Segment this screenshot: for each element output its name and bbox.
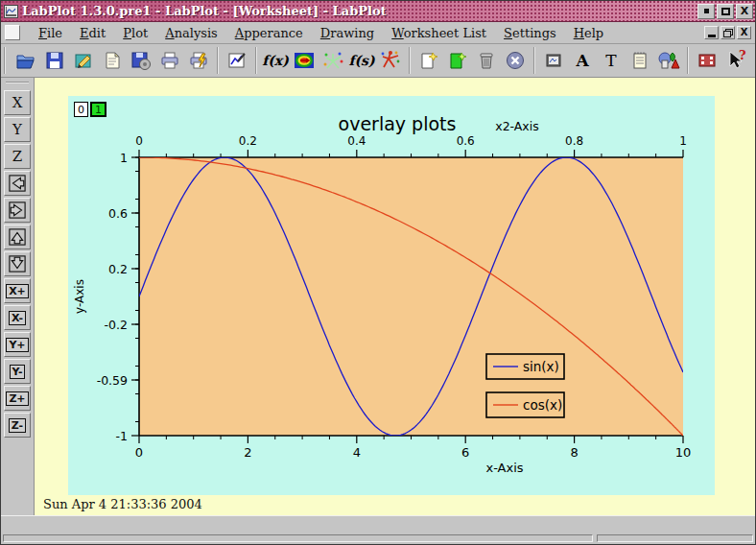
svg-text:0: 0 <box>135 445 143 460</box>
delete-button[interactable] <box>472 46 501 75</box>
statusbar-message-panel <box>3 534 593 542</box>
new-2d-surface-button[interactable] <box>290 46 319 75</box>
new-worksheet-button[interactable] <box>414 46 443 75</box>
new-3d-plot-button[interactable] <box>376 46 405 75</box>
zoom-z-in-button[interactable]: Z+ <box>4 386 31 411</box>
close-icon: X <box>741 6 748 16</box>
x-axis-label: x-Axis <box>485 461 523 475</box>
svg-text:-1: -1 <box>116 429 128 443</box>
add-label-icon: A <box>576 51 588 70</box>
statusbar <box>1 515 755 544</box>
new-3d-scatter-button[interactable] <box>319 46 347 75</box>
close-object-icon <box>505 50 526 71</box>
new-spreadsheet-icon <box>447 50 468 71</box>
zoom-z-in-icon: Z+ <box>6 391 28 406</box>
minimize-icon <box>704 9 709 13</box>
open-button[interactable] <box>12 46 40 75</box>
maximize-icon <box>721 8 730 15</box>
child-close-icon: X <box>741 28 748 37</box>
zoom-y-in-button[interactable]: Y+ <box>4 332 31 357</box>
shift-right-button[interactable] <box>4 198 31 223</box>
mdi-area: 0 1 overlay plots x2-Axis x-Axis y-Axis … <box>35 78 755 515</box>
menu-apperance[interactable]: Apperance <box>226 24 312 42</box>
save-icon <box>44 50 65 71</box>
new-plot-button[interactable] <box>223 46 251 75</box>
zoom-z-out-button[interactable]: Z- <box>4 413 31 438</box>
notes-button[interactable] <box>626 46 654 75</box>
titlebar[interactable]: LabPlot 1.3.0.pre1 - LabPlot - [Workshee… <box>1 1 755 22</box>
edit-data-icon <box>73 50 94 71</box>
scene-objects-button[interactable] <box>654 46 683 75</box>
svg-text:0: 0 <box>135 134 143 148</box>
toolbar-separator <box>533 47 535 74</box>
rotate-y-button[interactable]: Y <box>4 117 31 142</box>
new-function-button[interactable]: f(x) <box>261 46 290 75</box>
quick-print-button[interactable] <box>184 46 213 75</box>
svg-text:-0.59: -0.59 <box>97 373 128 388</box>
menu-settings[interactable]: Settings <box>495 24 565 42</box>
plot-side-toolbar: XYZX+X-Y+Y-Z+Z- <box>1 78 35 515</box>
image-button[interactable] <box>539 46 568 75</box>
save-button[interactable] <box>40 46 69 75</box>
edit-data-button[interactable] <box>69 46 98 75</box>
new-plot-icon <box>226 50 248 71</box>
export-icon <box>130 50 152 71</box>
child-restore-button[interactable] <box>721 26 735 39</box>
worksheet[interactable]: 0 1 overlay plots x2-Axis x-Axis y-Axis … <box>68 96 715 495</box>
image-icon <box>544 51 563 70</box>
child-minimize-button[interactable] <box>704 26 719 39</box>
child-restore-icon <box>723 29 733 37</box>
new-surface-function-button[interactable]: f(s) <box>347 46 376 75</box>
close-button[interactable]: X <box>736 4 753 19</box>
notes-icon <box>629 50 650 71</box>
child-window-icon[interactable] <box>5 25 20 40</box>
child-close-button[interactable]: X <box>737 26 751 39</box>
minimize-button[interactable] <box>697 4 715 19</box>
shift-down-button[interactable] <box>4 225 31 249</box>
print-preview-icon <box>102 50 123 71</box>
delete-icon <box>476 50 497 71</box>
rotate-z-icon: Z <box>12 150 22 164</box>
menu-worksheet-list[interactable]: Worksheet List <box>383 24 495 42</box>
zoom-y-out-button[interactable]: Y- <box>4 359 31 384</box>
add-label-button[interactable]: A <box>568 46 597 75</box>
menu-drawing[interactable]: Drawing <box>312 24 383 42</box>
maximize-button[interactable] <box>717 4 734 19</box>
menu-analysis[interactable]: Analysis <box>156 24 226 42</box>
zoom-y-out-icon: Y- <box>10 365 26 379</box>
shift-up-icon <box>9 255 26 272</box>
toolbar-grip[interactable] <box>4 47 9 74</box>
plot-title: overlay plots <box>339 113 457 134</box>
add-text-button[interactable]: T <box>597 46 626 75</box>
export-button[interactable] <box>127 46 155 75</box>
shift-left-button[interactable] <box>4 171 31 196</box>
rotate-y-icon: Y <box>12 123 22 137</box>
add-text-icon: T <box>605 51 616 70</box>
table-icon <box>697 52 717 69</box>
menu-help[interactable]: Help <box>565 24 613 42</box>
print-button[interactable] <box>155 46 184 75</box>
shift-down-icon <box>9 228 26 246</box>
rotate-z-button[interactable]: Z <box>4 144 31 169</box>
menu-plot[interactable]: Plot <box>114 24 156 42</box>
table-button[interactable] <box>693 46 721 75</box>
zoom-x-out-button[interactable]: X- <box>4 305 31 330</box>
new-function-icon: f(x) <box>262 53 289 68</box>
new-3d-plot-icon <box>379 50 402 71</box>
zoom-x-in-button[interactable]: X+ <box>4 278 31 303</box>
svg-text:0.4: 0.4 <box>347 134 366 148</box>
svg-text:?: ? <box>739 49 746 62</box>
whats-this-icon: ? <box>724 49 747 72</box>
plot-canvas[interactable]: overlay plots x2-Axis x-Axis y-Axis 00.2… <box>68 96 715 495</box>
close-object-button[interactable] <box>501 46 530 75</box>
print-preview-button[interactable] <box>98 46 127 75</box>
rotate-x-button[interactable]: X <box>4 90 31 115</box>
side-toolbar-grip[interactable] <box>6 82 29 86</box>
shift-up-button[interactable] <box>4 251 31 276</box>
menu-file[interactable]: File <box>30 24 71 42</box>
toolbar-separator <box>255 47 257 74</box>
menu-edit[interactable]: Edit <box>71 24 114 42</box>
new-spreadsheet-button[interactable] <box>443 46 472 75</box>
zoom-y-in-icon: Y+ <box>6 338 28 352</box>
whats-this-button[interactable]: ? <box>721 46 750 75</box>
